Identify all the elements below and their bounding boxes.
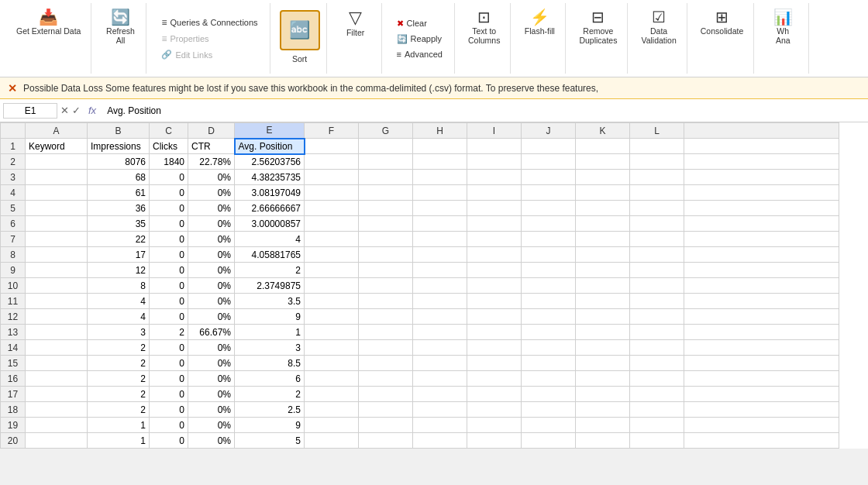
cell-e3[interactable]: 4.38235735 xyxy=(235,170,305,185)
cell-k9[interactable] xyxy=(576,263,630,278)
cell-l3[interactable] xyxy=(630,170,684,185)
refresh-all-button[interactable]: 🔄 RefreshAll xyxy=(101,4,140,74)
filter-button[interactable]: ▽ Filter xyxy=(336,4,375,74)
cell-d3[interactable]: 0% xyxy=(188,170,235,185)
cell-b19[interactable]: 1 xyxy=(88,418,150,433)
cell-e4[interactable]: 3.08197049 xyxy=(235,185,305,201)
cell-j17[interactable] xyxy=(522,387,576,402)
cell-i16[interactable] xyxy=(467,371,522,387)
cell-e8[interactable]: 4.05881765 xyxy=(235,247,305,263)
advanced-button[interactable]: ≡ Advanced xyxy=(391,47,448,61)
cell-a10[interactable] xyxy=(26,278,88,294)
cell-k10[interactable] xyxy=(576,278,630,294)
cell-extra13[interactable] xyxy=(684,325,839,340)
cell-k17[interactable] xyxy=(576,387,630,402)
cell-l4[interactable] xyxy=(630,185,684,201)
cell-c6[interactable]: 0 xyxy=(150,216,188,232)
col-header-c[interactable]: C xyxy=(150,123,188,139)
cell-h7[interactable] xyxy=(413,232,467,247)
cell-h10[interactable] xyxy=(413,278,467,294)
cell-f15[interactable] xyxy=(305,356,359,371)
reapply-button[interactable]: 🔄 Reapply xyxy=(391,32,448,46)
cell-a3[interactable] xyxy=(26,170,88,185)
cell-e12[interactable]: 9 xyxy=(235,309,305,325)
cell-e14[interactable]: 3 xyxy=(235,340,305,356)
cell-i20[interactable] xyxy=(467,433,522,449)
cell-l8[interactable] xyxy=(630,247,684,263)
cell-c16[interactable]: 0 xyxy=(150,371,188,387)
cell-k15[interactable] xyxy=(576,356,630,371)
cell-extra4[interactable] xyxy=(684,185,839,201)
cell-g10[interactable] xyxy=(359,278,413,294)
cell-extra16[interactable] xyxy=(684,371,839,387)
cell-l15[interactable] xyxy=(630,356,684,371)
cell-a14[interactable] xyxy=(26,340,88,356)
cell-k8[interactable] xyxy=(576,247,630,263)
cell-h18[interactable] xyxy=(413,402,467,418)
cell-j14[interactable] xyxy=(522,340,576,356)
get-external-data-button[interactable]: 📥 Get External Data xyxy=(12,4,84,74)
cell-l7[interactable] xyxy=(630,232,684,247)
cell-d17[interactable]: 0% xyxy=(188,387,235,402)
cell-c19[interactable]: 0 xyxy=(150,418,188,433)
cell-h6[interactable] xyxy=(413,216,467,232)
sort-button[interactable]: Sort xyxy=(281,52,319,67)
cell-extra17[interactable] xyxy=(684,387,839,402)
cell-g6[interactable] xyxy=(359,216,413,232)
cell-a5[interactable] xyxy=(26,201,88,216)
cell-h11[interactable] xyxy=(413,294,467,309)
cell-f19[interactable] xyxy=(305,418,359,433)
row-number[interactable]: 16 xyxy=(1,371,26,387)
cell-j8[interactable] xyxy=(522,247,576,263)
cell-e6[interactable]: 3.00000857 xyxy=(235,216,305,232)
cell-i1[interactable] xyxy=(467,139,522,154)
cell-f17[interactable] xyxy=(305,387,359,402)
cell-a15[interactable] xyxy=(26,356,88,371)
cell-f10[interactable] xyxy=(305,278,359,294)
cell-j15[interactable] xyxy=(522,356,576,371)
cell-b8[interactable]: 17 xyxy=(88,247,150,263)
cell-g11[interactable] xyxy=(359,294,413,309)
cell-extra8[interactable] xyxy=(684,247,839,263)
cell-d1[interactable]: CTR xyxy=(188,139,235,154)
cell-a2[interactable] xyxy=(26,154,88,170)
cell-j4[interactable] xyxy=(522,185,576,201)
cell-c8[interactable]: 0 xyxy=(150,247,188,263)
cell-b15[interactable]: 2 xyxy=(88,356,150,371)
cell-h19[interactable] xyxy=(413,418,467,433)
cell-g4[interactable] xyxy=(359,185,413,201)
cell-g20[interactable] xyxy=(359,433,413,449)
cell-d7[interactable]: 0% xyxy=(188,232,235,247)
row-number[interactable]: 15 xyxy=(1,356,26,371)
clear-button[interactable]: ✖ Clear xyxy=(391,16,448,31)
cell-l10[interactable] xyxy=(630,278,684,294)
cell-i7[interactable] xyxy=(467,232,522,247)
cell-d11[interactable]: 0% xyxy=(188,294,235,309)
cell-g5[interactable] xyxy=(359,201,413,216)
cell-c18[interactable]: 0 xyxy=(150,402,188,418)
sort-az-button[interactable]: 🔤 xyxy=(280,10,320,50)
cell-d12[interactable]: 0% xyxy=(188,309,235,325)
cell-h17[interactable] xyxy=(413,387,467,402)
cell-d20[interactable]: 0% xyxy=(188,433,235,449)
cell-g2[interactable] xyxy=(359,154,413,170)
cell-g16[interactable] xyxy=(359,371,413,387)
cell-f13[interactable] xyxy=(305,325,359,340)
cell-b17[interactable]: 2 xyxy=(88,387,150,402)
cell-b20[interactable]: 1 xyxy=(88,433,150,449)
cell-c3[interactable]: 0 xyxy=(150,170,188,185)
cell-j9[interactable] xyxy=(522,263,576,278)
cell-d4[interactable]: 0% xyxy=(188,185,235,201)
col-header-k[interactable]: K xyxy=(576,123,630,139)
cell-c1[interactable]: Clicks xyxy=(150,139,188,154)
row-number[interactable]: 5 xyxy=(1,201,26,216)
cell-i9[interactable] xyxy=(467,263,522,278)
cell-d13[interactable]: 66.67% xyxy=(188,325,235,340)
cell-e7[interactable]: 4 xyxy=(235,232,305,247)
cell-i5[interactable] xyxy=(467,201,522,216)
cell-extra1[interactable] xyxy=(684,139,839,154)
flash-fill-button[interactable]: ⚡ Flash-fill xyxy=(520,4,559,74)
cell-j6[interactable] xyxy=(522,216,576,232)
cell-f5[interactable] xyxy=(305,201,359,216)
cell-h20[interactable] xyxy=(413,433,467,449)
